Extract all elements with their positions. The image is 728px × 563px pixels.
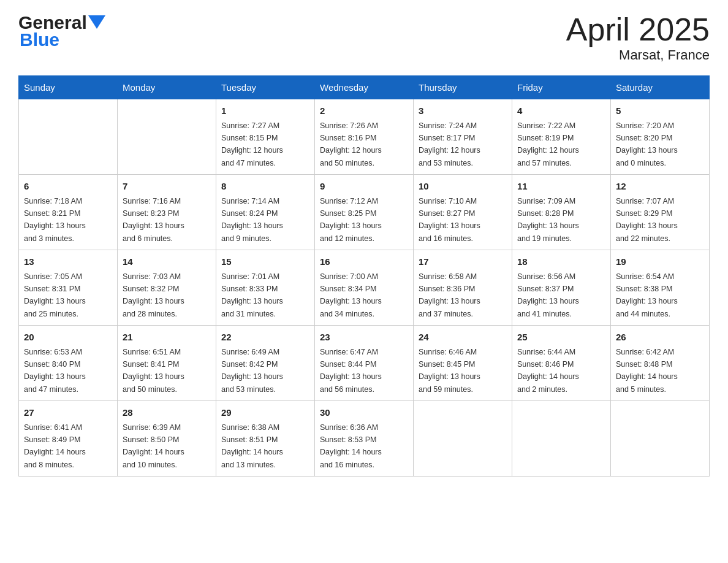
day-number: 10 [419,180,507,194]
day-number: 29 [221,406,309,420]
day-number: 20 [24,331,112,345]
day-info: Sunrise: 6:53 AM Sunset: 8:40 PM Dayligh… [24,348,86,394]
calendar-table: Sunday Monday Tuesday Wednesday Thursday… [18,75,710,477]
svg-marker-0 [88,15,105,29]
calendar-day-cell: 1Sunrise: 7:27 AM Sunset: 8:15 PM Daylig… [216,99,315,175]
calendar-day-cell: 29Sunrise: 6:38 AM Sunset: 8:51 PM Dayli… [216,401,315,477]
calendar-day-cell: 18Sunrise: 6:56 AM Sunset: 8:37 PM Dayli… [512,250,611,326]
col-saturday: Saturday [611,76,710,99]
calendar-day-cell: 30Sunrise: 6:36 AM Sunset: 8:53 PM Dayli… [315,401,414,477]
calendar-day-cell: 16Sunrise: 7:00 AM Sunset: 8:34 PM Dayli… [315,250,414,326]
calendar-day-cell: 20Sunrise: 6:53 AM Sunset: 8:40 PM Dayli… [19,326,118,401]
day-number: 9 [320,180,408,194]
calendar-day-cell [512,401,611,477]
calendar-day-cell: 13Sunrise: 7:05 AM Sunset: 8:31 PM Dayli… [19,250,118,326]
calendar-day-cell: 15Sunrise: 7:01 AM Sunset: 8:33 PM Dayli… [216,250,315,326]
day-number: 24 [419,331,507,345]
day-info: Sunrise: 6:47 AM Sunset: 8:44 PM Dayligh… [320,348,382,394]
col-tuesday: Tuesday [216,76,315,99]
day-number: 27 [24,406,112,420]
day-number: 19 [616,255,704,269]
calendar-day-cell [19,99,118,175]
day-info: Sunrise: 7:09 AM Sunset: 8:28 PM Dayligh… [517,197,579,243]
calendar-day-cell: 2Sunrise: 7:26 AM Sunset: 8:16 PM Daylig… [315,99,414,175]
calendar-day-cell [414,401,512,477]
calendar-week-row: 13Sunrise: 7:05 AM Sunset: 8:31 PM Dayli… [19,250,710,326]
calendar-week-row: 1Sunrise: 7:27 AM Sunset: 8:15 PM Daylig… [19,99,710,175]
day-info: Sunrise: 7:07 AM Sunset: 8:29 PM Dayligh… [616,197,678,243]
day-number: 1 [221,104,309,118]
day-info: Sunrise: 6:49 AM Sunset: 8:42 PM Dayligh… [221,348,283,394]
day-info: Sunrise: 6:46 AM Sunset: 8:45 PM Dayligh… [419,348,480,394]
calendar-week-row: 6Sunrise: 7:18 AM Sunset: 8:21 PM Daylig… [19,175,710,250]
calendar-day-cell: 22Sunrise: 6:49 AM Sunset: 8:42 PM Dayli… [216,326,315,401]
logo-triangle-icon [88,15,105,33]
day-info: Sunrise: 7:18 AM Sunset: 8:21 PM Dayligh… [24,197,86,243]
day-info: Sunrise: 7:20 AM Sunset: 8:20 PM Dayligh… [616,121,678,167]
day-number: 26 [616,331,704,345]
day-info: Sunrise: 7:16 AM Sunset: 8:23 PM Dayligh… [123,197,184,243]
day-number: 12 [616,180,704,194]
calendar-day-cell [611,401,710,477]
logo: General Blue [18,12,105,50]
calendar-day-cell: 5Sunrise: 7:20 AM Sunset: 8:20 PM Daylig… [611,99,710,175]
day-number: 8 [221,180,309,194]
day-number: 25 [517,331,605,345]
day-number: 3 [419,104,507,118]
day-info: Sunrise: 7:00 AM Sunset: 8:34 PM Dayligh… [320,272,382,318]
day-info: Sunrise: 6:56 AM Sunset: 8:37 PM Dayligh… [517,272,579,318]
day-number: 7 [123,180,211,194]
day-info: Sunrise: 6:38 AM Sunset: 8:51 PM Dayligh… [221,423,283,469]
calendar-day-cell: 28Sunrise: 6:39 AM Sunset: 8:50 PM Dayli… [118,401,216,477]
day-info: Sunrise: 6:39 AM Sunset: 8:50 PM Dayligh… [123,423,184,469]
calendar-day-cell: 19Sunrise: 6:54 AM Sunset: 8:38 PM Dayli… [611,250,710,326]
day-info: Sunrise: 6:54 AM Sunset: 8:38 PM Dayligh… [616,272,678,318]
calendar-day-cell: 26Sunrise: 6:42 AM Sunset: 8:48 PM Dayli… [611,326,710,401]
calendar-day-cell: 27Sunrise: 6:41 AM Sunset: 8:49 PM Dayli… [19,401,118,477]
day-number: 18 [517,255,605,269]
calendar-day-cell [118,99,216,175]
day-info: Sunrise: 6:41 AM Sunset: 8:49 PM Dayligh… [24,423,86,469]
calendar-day-cell: 24Sunrise: 6:46 AM Sunset: 8:45 PM Dayli… [414,326,512,401]
calendar-day-cell: 21Sunrise: 6:51 AM Sunset: 8:41 PM Dayli… [118,326,216,401]
day-info: Sunrise: 7:10 AM Sunset: 8:27 PM Dayligh… [419,197,480,243]
col-thursday: Thursday [414,76,512,99]
calendar-day-cell: 7Sunrise: 7:16 AM Sunset: 8:23 PM Daylig… [118,175,216,250]
day-number: 2 [320,104,408,118]
calendar-day-cell: 3Sunrise: 7:24 AM Sunset: 8:17 PM Daylig… [414,99,512,175]
col-sunday: Sunday [19,76,118,99]
day-number: 21 [123,331,211,345]
calendar-day-cell: 4Sunrise: 7:22 AM Sunset: 8:19 PM Daylig… [512,99,611,175]
calendar-day-cell: 14Sunrise: 7:03 AM Sunset: 8:32 PM Dayli… [118,250,216,326]
day-number: 14 [123,255,211,269]
day-info: Sunrise: 7:03 AM Sunset: 8:32 PM Dayligh… [123,272,184,318]
col-friday: Friday [512,76,611,99]
day-number: 23 [320,331,408,345]
calendar-day-cell: 23Sunrise: 6:47 AM Sunset: 8:44 PM Dayli… [315,326,414,401]
day-number: 11 [517,180,605,194]
day-info: Sunrise: 6:42 AM Sunset: 8:48 PM Dayligh… [616,348,678,394]
calendar-header-row: Sunday Monday Tuesday Wednesday Thursday… [19,76,710,99]
day-number: 13 [24,255,112,269]
day-number: 22 [221,331,309,345]
day-info: Sunrise: 7:05 AM Sunset: 8:31 PM Dayligh… [24,272,86,318]
day-info: Sunrise: 7:14 AM Sunset: 8:24 PM Dayligh… [221,197,283,243]
day-number: 4 [517,104,605,118]
calendar-day-cell: 11Sunrise: 7:09 AM Sunset: 8:28 PM Dayli… [512,175,611,250]
title-block: April 2025 Marsat, France [566,12,710,63]
calendar-day-cell: 6Sunrise: 7:18 AM Sunset: 8:21 PM Daylig… [19,175,118,250]
calendar-day-cell: 8Sunrise: 7:14 AM Sunset: 8:24 PM Daylig… [216,175,315,250]
day-number: 5 [616,104,704,118]
calendar-week-row: 20Sunrise: 6:53 AM Sunset: 8:40 PM Dayli… [19,326,710,401]
day-info: Sunrise: 6:44 AM Sunset: 8:46 PM Dayligh… [517,348,579,394]
day-number: 30 [320,406,408,420]
day-info: Sunrise: 7:01 AM Sunset: 8:33 PM Dayligh… [221,272,283,318]
col-wednesday: Wednesday [315,76,414,99]
day-info: Sunrise: 6:36 AM Sunset: 8:53 PM Dayligh… [320,423,382,469]
day-number: 28 [123,406,211,420]
page-subtitle: Marsat, France [566,47,710,63]
calendar-day-cell: 12Sunrise: 7:07 AM Sunset: 8:29 PM Dayli… [611,175,710,250]
calendar-day-cell: 10Sunrise: 7:10 AM Sunset: 8:27 PM Dayli… [414,175,512,250]
day-info: Sunrise: 6:58 AM Sunset: 8:36 PM Dayligh… [419,272,480,318]
day-number: 17 [419,255,507,269]
